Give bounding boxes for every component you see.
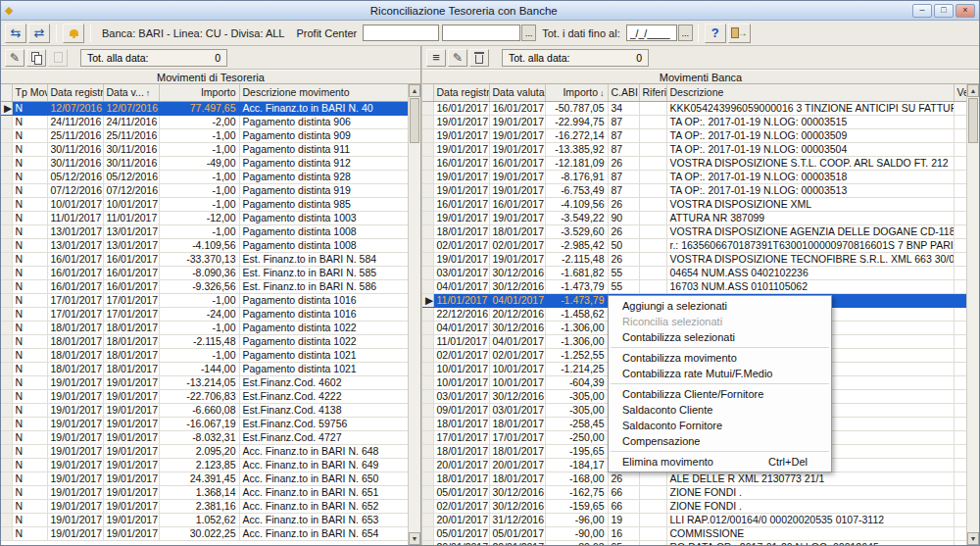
- cell-data-registr[interactable]: 05/12/2016: [47, 170, 103, 183]
- cell-ver[interactable]: [954, 211, 966, 224]
- cell-cabi[interactable]: 26: [608, 472, 639, 485]
- cell-descrizione[interactable]: Pagamento distinta 1016: [239, 293, 408, 307]
- cell-descrizione[interactable]: Est. Finanz.to in BARI N. 585: [239, 266, 408, 279]
- cell-data-registr[interactable]: 13/01/2017: [47, 238, 103, 252]
- cell-data-registr[interactable]: 20/01/2017: [433, 540, 489, 545]
- cell-tpmov[interactable]: N: [12, 170, 47, 183]
- treasury-header-importo[interactable]: Importo: [159, 84, 239, 101]
- cell-descrizione[interactable]: TA OP:. 2017-01-19 N.LOG: 00003509: [666, 128, 954, 142]
- scroll-down-icon[interactable]: ▼: [409, 532, 420, 545]
- cell-descrizione[interactable]: Acc. Finanz.to in BARI N. 652: [239, 499, 408, 513]
- cell-data-valuta[interactable]: 19/01/2017: [489, 128, 545, 142]
- cell-data-valuta[interactable]: 12/07/2016: [103, 101, 159, 115]
- cell-data-valuta[interactable]: 19/01/2017: [489, 142, 545, 156]
- cell-descrizione[interactable]: ALE DELLE R XML 2130773 21/1: [666, 472, 954, 485]
- cell-importo[interactable]: -4.109,56: [159, 238, 239, 252]
- row-marker[interactable]: [422, 417, 433, 430]
- cell-tpmov[interactable]: N: [12, 128, 47, 142]
- cell-ver[interactable]: [954, 472, 966, 485]
- cell-tpmov[interactable]: N: [12, 307, 47, 321]
- cell-ver[interactable]: [954, 252, 966, 266]
- cell-descrizione[interactable]: TA OP:. 2017-01-19 N.LOG: 00003504: [666, 142, 954, 156]
- row-marker[interactable]: ▶: [422, 293, 433, 307]
- cell-importo[interactable]: -1,00: [159, 170, 239, 183]
- cell-importo[interactable]: -159,65: [545, 499, 608, 513]
- row-marker[interactable]: [1, 128, 12, 142]
- reconcile-button[interactable]: ⇆: [5, 24, 26, 43]
- bank-row[interactable]: 03/01/201730/12/2016-1.681,825504654 NUM…: [422, 266, 966, 279]
- cell-cabi[interactable]: 66: [608, 485, 639, 499]
- cell-importo[interactable]: -12.181,09: [545, 156, 608, 170]
- cell-data-valuta[interactable]: 16/01/2017: [103, 252, 159, 266]
- cell-data-registr[interactable]: 19/01/2017: [47, 403, 103, 417]
- cell-ver[interactable]: [954, 389, 966, 403]
- cell-descrizione[interactable]: TA OP:. 2017-01-19 N.LOG: 00003518: [666, 170, 954, 183]
- cell-ver[interactable]: [954, 375, 966, 389]
- tot-fino-date-input[interactable]: [626, 25, 677, 41]
- cell-descrizione[interactable]: Pagamento distinta 1003: [239, 211, 408, 224]
- cell-riferimento[interactable]: [639, 266, 666, 279]
- cell-data-valuta[interactable]: 19/01/2017: [103, 375, 159, 389]
- cell-importo[interactable]: -258,45: [545, 417, 608, 430]
- cell-data-registr[interactable]: 19/01/2017: [47, 526, 103, 540]
- cell-importo[interactable]: -2,00: [159, 115, 239, 128]
- bank-row[interactable]: 04/01/201730/12/2016-1.473,795516703 NUM…: [422, 279, 966, 293]
- cell-data-valuta[interactable]: 10/01/2017: [489, 362, 545, 375]
- cell-riferimento[interactable]: [639, 499, 666, 513]
- cell-riferimento[interactable]: [639, 156, 666, 170]
- cell-descrizione[interactable]: VOSTRA DISPOSIZIONE XML: [666, 197, 954, 211]
- cell-tpmov[interactable]: N: [12, 183, 47, 197]
- treasury-row[interactable]: N19/01/201719/01/201730.022,25Acc. Finan…: [1, 526, 408, 540]
- cell-data-registr[interactable]: 16/01/2017: [47, 279, 103, 293]
- cell-descrizione[interactable]: Pagamento distinta 1021: [239, 362, 408, 375]
- row-marker[interactable]: [1, 485, 12, 499]
- cell-cabi[interactable]: 66: [608, 499, 639, 513]
- row-marker[interactable]: [1, 444, 12, 458]
- cell-data-valuta[interactable]: 19/01/2017: [103, 513, 159, 526]
- row-marker[interactable]: [1, 526, 12, 540]
- cell-data-registr[interactable]: 02/01/2017: [433, 348, 489, 362]
- cell-data-valuta[interactable]: 18/01/2017: [489, 417, 545, 430]
- cell-ver[interactable]: [954, 430, 966, 444]
- cell-data-registr[interactable]: 05/01/2017: [433, 526, 489, 540]
- treasury-row[interactable]: ▶N12/07/201612/07/201677.497,65Acc. Fina…: [1, 101, 408, 115]
- row-marker[interactable]: [422, 513, 433, 526]
- cell-ver[interactable]: [954, 526, 966, 540]
- cell-data-registr[interactable]: 25/11/2016: [47, 128, 103, 142]
- row-marker[interactable]: [422, 252, 433, 266]
- bank-row[interactable]: 18/01/201718/01/2017-168,0026ALE DELLE R…: [422, 472, 966, 485]
- cell-tpmov[interactable]: N: [12, 348, 47, 362]
- cell-descrizione[interactable]: Est.Finanz.Cod. 4602: [239, 375, 408, 389]
- cell-importo[interactable]: -1.473,79: [545, 293, 608, 307]
- treasury-row[interactable]: N30/11/201630/11/2016-49,00Pagamento dis…: [1, 156, 408, 170]
- cell-importo[interactable]: -50.787,05: [545, 101, 608, 115]
- bank-row[interactable]: 18/01/201718/01/2017-3.529,6026VOSTRA DI…: [422, 224, 966, 238]
- cell-data-valuta[interactable]: 18/01/2017: [489, 224, 545, 238]
- cell-importo[interactable]: 2.095,20: [159, 444, 239, 458]
- cell-ver[interactable]: [954, 170, 966, 183]
- menu-item-contabilizza-selezionati[interactable]: Contabilizza selezionati: [609, 329, 831, 345]
- cell-cabi[interactable]: 87: [608, 142, 639, 156]
- row-marker[interactable]: [422, 444, 433, 458]
- cell-ver[interactable]: [954, 458, 966, 472]
- cell-tpmov[interactable]: N: [12, 389, 47, 403]
- cell-ver[interactable]: [954, 334, 966, 348]
- cell-data-registr[interactable]: 19/01/2017: [433, 211, 489, 224]
- cell-data-registr[interactable]: 18/01/2017: [47, 334, 103, 348]
- cell-importo[interactable]: -1.306,00: [545, 321, 608, 334]
- cell-tpmov[interactable]: N: [12, 485, 47, 499]
- scroll-up-icon[interactable]: ▲: [409, 84, 420, 97]
- cell-data-registr[interactable]: 09/01/2017: [433, 403, 489, 417]
- row-marker[interactable]: [1, 472, 12, 485]
- treasury-row[interactable]: N16/01/201716/01/2017-9.326,56Est. Finan…: [1, 279, 408, 293]
- cell-tpmov[interactable]: N: [12, 458, 47, 472]
- cell-descrizione[interactable]: TA OP:. 2017-01-19 N.LOG: 00003513: [666, 183, 954, 197]
- row-marker[interactable]: [422, 307, 433, 321]
- row-marker[interactable]: [1, 348, 12, 362]
- cell-ver[interactable]: [954, 417, 966, 430]
- cell-data-valuta[interactable]: 10/01/2017: [103, 197, 159, 211]
- row-marker[interactable]: [1, 293, 12, 307]
- row-marker[interactable]: [1, 115, 12, 128]
- cell-data-registr[interactable]: 16/01/2017: [433, 197, 489, 211]
- cell-tpmov[interactable]: N: [12, 101, 47, 115]
